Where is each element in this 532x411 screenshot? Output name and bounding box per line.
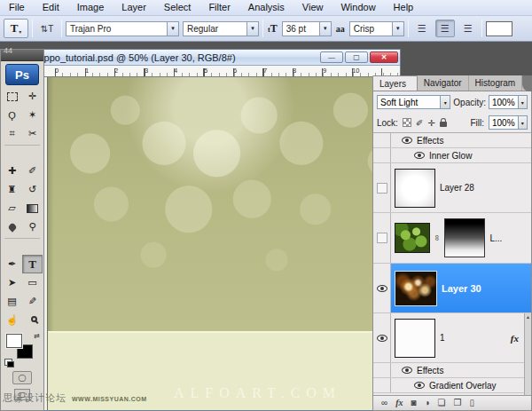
hand-tool[interactable]: ☝ [2,311,22,329]
menu-file[interactable]: File [0,0,34,15]
chevron-down-icon[interactable]: ▾ [440,96,450,108]
visibility-cell[interactable] [373,378,391,392]
text-color-swatch[interactable] [486,21,512,36]
layer-row-masked[interactable]: ∞ L... [373,213,531,264]
hidden-eye-checkbox[interactable] [377,183,387,194]
layer-thumbnail[interactable] [395,271,437,306]
rectangular-marquee-tool[interactable] [2,87,22,106]
layer-row-gradient-overlay[interactable]: Gradient Overlay [373,378,531,393]
quick-mask-button[interactable]: ◯ [12,371,32,384]
visibility-cell[interactable] [373,133,391,147]
layer-row-layer-28[interactable]: Layer 28 [373,163,531,213]
foreground-color-swatch[interactable] [6,334,22,348]
crop-tool[interactable]: ⌗ [2,124,22,143]
tab-navigator[interactable]: Navigator [418,75,469,91]
close-button[interactable]: ✕ [370,51,398,63]
lock-paint-icon[interactable]: ✐ [416,118,423,128]
history-brush-tool[interactable]: ↺ [22,180,43,199]
layer-row-effects[interactable]: Effects [373,133,531,148]
type-tool[interactable]: T [22,255,43,273]
layer-style-icon[interactable]: fx [395,399,403,407]
canvas-bokeh-area[interactable] [48,77,400,331]
layer-row-effects-2[interactable]: Effects [373,363,531,378]
shape-tool[interactable]: ▭ [22,273,43,292]
gradient-tool[interactable] [22,199,43,217]
swap-colors-icon[interactable]: ⇄ [34,332,40,340]
layer-mask-thumbnail[interactable] [444,218,485,257]
eye-icon[interactable] [402,137,412,144]
visibility-cell[interactable] [373,363,391,377]
menu-edit[interactable]: Edit [34,0,68,15]
lock-all-icon[interactable] [440,122,447,127]
menu-view[interactable]: View [293,0,332,15]
menu-image[interactable]: Image [68,0,113,15]
clone-stamp-tool[interactable]: ♜ [2,180,22,199]
pen-tool[interactable]: ✒ [2,255,22,273]
blend-mode-select[interactable]: Soft Light ▾ [377,95,450,109]
menu-layer[interactable]: Layer [113,0,155,15]
new-layer-icon[interactable]: ❐ [454,399,462,407]
lasso-tool[interactable]: Ϙ [2,106,22,124]
chevron-down-icon[interactable]: ▾ [167,22,178,36]
visibility-cell[interactable] [373,264,391,312]
visibility-cell[interactable] [373,163,391,212]
default-colors-icon[interactable] [4,359,12,366]
move-tool[interactable]: ✛ [22,87,43,106]
path-selection-tool[interactable]: ➤ [2,273,22,292]
hidden-eye-checkbox[interactable] [377,233,387,243]
delete-layer-icon[interactable]: ▯ [470,399,475,407]
layer-row-inner-glow[interactable]: Inner Glow [373,148,531,163]
maximize-button[interactable]: ▢ [345,51,368,63]
zoom-tool[interactable] [22,311,43,329]
layer-thumbnail[interactable] [395,223,430,253]
chevron-down-icon[interactable]: ▾ [518,96,527,108]
align-center-button[interactable]: ☰ [435,20,455,37]
brush-tool[interactable]: ✐ [22,162,43,180]
font-size-select[interactable]: 36 pt ▾ [282,21,332,36]
menu-window[interactable]: Window [332,0,384,15]
fill-input[interactable]: 100% ▾ [489,115,528,130]
current-tool-button[interactable]: T ▾ [4,19,28,38]
align-left-button[interactable]: ☰ [412,20,432,37]
mask-link-icon[interactable]: ∞ [433,235,442,241]
layer-row-layer-1[interactable]: 1 fx [373,313,531,363]
canvas[interactable] [48,77,400,410]
menu-analysis[interactable]: Analysis [239,0,293,15]
eyedropper-tool[interactable]: ✎ [22,292,43,311]
dodge-tool[interactable]: ⚲ [22,217,43,236]
visibility-cell[interactable] [373,148,391,162]
tab-layers[interactable]: Layers × [372,75,418,91]
layer-thumbnail[interactable] [395,319,435,358]
lock-position-icon[interactable]: ✛ [427,118,434,128]
tab-histogram[interactable]: Histogram [469,75,523,91]
eye-icon[interactable] [402,367,412,374]
eye-icon[interactable] [414,152,425,159]
add-layer-mask-icon[interactable]: ◙ [411,399,416,407]
menu-filter[interactable]: Filter [200,0,239,15]
chevron-down-icon[interactable]: ▾ [518,116,527,129]
link-layers-icon[interactable]: ∞ [381,399,387,407]
adjustment-layer-icon[interactable]: ◑ [425,399,430,407]
layer-row-layer-30-selected[interactable]: Layer 30 [373,264,531,313]
font-family-select[interactable]: Trajan Pro ▾ [66,21,179,36]
menu-select[interactable]: Select [155,0,200,15]
layer-thumbnail[interactable] [395,169,435,208]
document-window[interactable]: hippo_tutorial.psd @ 50% (Layer 30, RGB/… [31,49,401,411]
notes-tool[interactable]: ▤ [2,292,22,311]
document-title-bar[interactable]: hippo_tutorial.psd @ 50% (Layer 30, RGB/… [32,50,400,66]
menu-help[interactable]: Help [385,0,423,15]
slice-tool[interactable]: ✂ [22,124,43,143]
eye-icon[interactable] [377,285,387,292]
eraser-tool[interactable]: ▱ [2,199,22,217]
scroll-up-icon[interactable]: ▲ [526,314,530,320]
chevron-down-icon[interactable]: ▾ [319,22,331,36]
chevron-down-icon[interactable]: ▾ [392,22,403,36]
warp-text-button[interactable] [516,20,528,36]
visibility-cell[interactable] [373,213,391,263]
blur-tool[interactable] [2,217,22,236]
eye-icon[interactable] [414,382,425,389]
horizontal-ruler[interactable]: 0 1 2 3 4 5 6 7 8 9 10 [32,66,400,77]
layers-scrollbar[interactable]: ▲ [524,313,531,395]
font-style-select[interactable]: Regular ▾ [183,21,259,36]
new-group-icon[interactable]: ❏ [438,399,446,407]
